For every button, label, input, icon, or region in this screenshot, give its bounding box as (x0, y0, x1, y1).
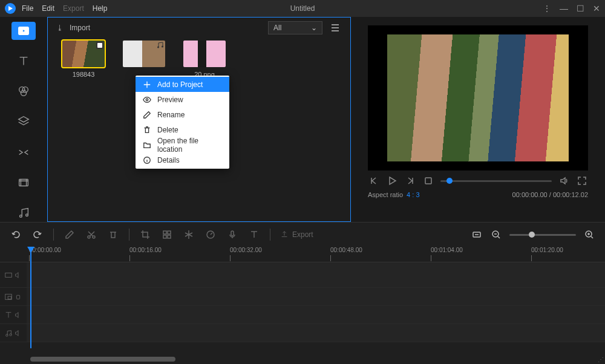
zoom-slider[interactable] (509, 234, 576, 236)
time-display: 00:00:00.00 / 00:00:12.02 (512, 191, 588, 198)
left-sidebar (0, 17, 47, 222)
undo-button[interactable] (10, 229, 22, 241)
svg-marker-0 (8, 6, 13, 11)
video-track[interactable] (0, 262, 605, 288)
ctx-details[interactable]: Details (136, 152, 229, 167)
svg-marker-15 (390, 177, 396, 184)
import-icon[interactable]: ⭳ (56, 24, 64, 32)
audio-track[interactable] (0, 324, 605, 342)
speed-button[interactable] (204, 229, 217, 241)
aspect-value[interactable]: 4 : 3 (407, 191, 419, 198)
sidebar-music[interactable] (11, 204, 36, 222)
plus-icon (143, 80, 151, 89)
edit-button[interactable] (64, 229, 76, 241)
text-button[interactable] (248, 229, 260, 241)
track-head[interactable] (0, 288, 27, 305)
menu-file[interactable]: File (22, 4, 33, 13)
ctx-add-to-project[interactable]: Add to Project (136, 77, 229, 92)
svg-point-11 (157, 47, 159, 48)
media-item[interactable]: 20.png (183, 41, 226, 78)
delete-button[interactable] (107, 229, 119, 241)
close-button[interactable]: ✕ (593, 4, 600, 13)
svg-rect-10 (97, 43, 102, 48)
more-icon[interactable]: ⋮ (543, 4, 551, 13)
sidebar-filters[interactable] (11, 82, 36, 100)
sidebar-elements[interactable] (11, 174, 36, 192)
timeline-ruler[interactable]: 00:00:00.00 00:00:16.00 00:00:32.00 00:0… (0, 247, 605, 262)
svg-point-4 (22, 87, 28, 93)
svg-rect-19 (163, 231, 166, 234)
track-head[interactable] (0, 306, 27, 323)
svg-point-5 (21, 91, 26, 96)
video-frame (387, 34, 569, 161)
menu-edit[interactable]: Edit (42, 4, 54, 13)
ctx-rename[interactable]: Rename (136, 107, 229, 122)
zoom-fit-button[interactable] (471, 229, 483, 241)
filter-value: All (273, 24, 281, 32)
sidebar-media[interactable] (11, 22, 36, 40)
media-thumbnail[interactable] (183, 41, 226, 67)
media-item[interactable] (123, 41, 165, 78)
prev-frame-button[interactable] (368, 175, 380, 187)
freeze-button[interactable] (183, 229, 195, 241)
window-title: Untitled (290, 4, 315, 13)
crop-button[interactable] (139, 229, 151, 241)
tracks (0, 262, 605, 342)
track-head[interactable] (0, 262, 27, 287)
mosaic-button[interactable] (161, 229, 173, 241)
media-panel: ⭳ Import All ⌄ 198843 20.png (47, 17, 351, 222)
seek-slider[interactable] (440, 180, 552, 182)
sidebar-transitions[interactable] (11, 143, 36, 161)
menu-help[interactable]: Help (93, 4, 108, 13)
media-item[interactable]: 198843 (62, 41, 105, 78)
cut-button[interactable] (85, 229, 97, 241)
pip-track[interactable] (0, 288, 605, 306)
redo-button[interactable] (31, 229, 44, 241)
ctx-open-location[interactable]: Open the file location (136, 137, 229, 152)
ruler-mark: 00:00:32.00 (230, 247, 262, 253)
import-button[interactable]: Import (70, 24, 90, 32)
track-head[interactable] (0, 324, 27, 342)
sidebar-overlays[interactable] (11, 112, 36, 131)
volume-button[interactable] (558, 175, 570, 187)
ctx-label: Preview (157, 96, 183, 104)
ruler-mark: 00:01:04.00 (431, 247, 463, 253)
svg-point-12 (162, 46, 163, 48)
export-button[interactable]: Export (280, 230, 313, 239)
app-icon (5, 3, 16, 14)
minimize-button[interactable]: — (560, 4, 568, 13)
ctx-preview[interactable]: Preview (136, 92, 229, 107)
media-thumbnail[interactable] (62, 41, 105, 67)
context-menu: Add to Project Preview Rename Delete Ope… (136, 76, 229, 169)
voice-button[interactable] (226, 229, 238, 241)
playhead[interactable] (30, 247, 31, 348)
folder-icon (143, 141, 151, 149)
stop-button[interactable] (422, 175, 434, 187)
list-view-toggle[interactable] (329, 21, 342, 34)
ruler-mark: 00:00:48.00 (330, 247, 362, 253)
svg-rect-22 (168, 235, 171, 238)
ctx-delete[interactable]: Delete (136, 122, 229, 137)
horizontal-scrollbar[interactable] (30, 357, 175, 362)
zoom-in-button[interactable] (583, 229, 595, 241)
maximize-button[interactable]: ☐ (577, 4, 584, 13)
title-bar: File Edit Export Help Untitled ⋮ — ☐ ✕ (0, 0, 605, 17)
play-button[interactable] (386, 175, 398, 187)
menu-export: Export (63, 4, 84, 13)
next-frame-button[interactable] (404, 175, 416, 187)
pencil-icon (143, 111, 151, 119)
zoom-out-button[interactable] (490, 229, 502, 241)
resize-grip[interactable]: ⋰ (598, 356, 604, 363)
fullscreen-button[interactable] (576, 175, 588, 187)
svg-rect-16 (425, 178, 431, 184)
sidebar-text[interactable] (11, 52, 36, 70)
menu-bar: File Edit Export Help (22, 4, 107, 13)
export-icon (280, 230, 289, 239)
info-icon (143, 156, 151, 164)
filter-dropdown[interactable]: All ⌄ (268, 21, 322, 34)
svg-rect-21 (163, 235, 166, 238)
media-thumbnail[interactable] (123, 41, 165, 67)
ctx-label: Add to Project (157, 80, 203, 89)
aspect-label: Aspect ratio (368, 191, 403, 198)
text-track[interactable] (0, 306, 605, 324)
